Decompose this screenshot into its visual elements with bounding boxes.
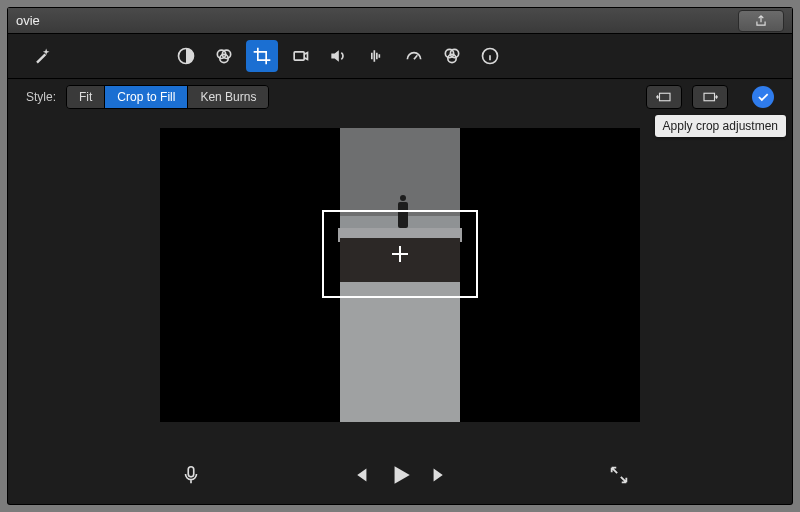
style-label: Style:: [26, 90, 56, 104]
color-balance-icon[interactable]: [170, 40, 202, 72]
svg-point-7: [448, 54, 456, 62]
crop-handle-bl[interactable]: [322, 282, 338, 298]
crop-handle-tr[interactable]: [462, 210, 478, 226]
skip-back-icon: [349, 464, 371, 486]
inspector-toolbar: [8, 34, 792, 79]
crop-handle-br[interactable]: [462, 282, 478, 298]
crop-center-icon: [392, 246, 408, 262]
info-icon[interactable]: [474, 40, 506, 72]
svg-rect-10: [704, 93, 715, 101]
style-bar: Style: Fit Crop to Fill Ken Burns Apply …: [8, 79, 792, 115]
svg-rect-9: [660, 93, 671, 101]
volume-icon[interactable]: [322, 40, 354, 72]
share-button[interactable]: [738, 10, 784, 32]
voiceover-button[interactable]: [178, 462, 204, 488]
rotate-cw-button[interactable]: [692, 85, 728, 109]
magic-wand-icon[interactable]: [26, 40, 58, 72]
microphone-icon: [180, 464, 202, 486]
expand-icon: [608, 464, 630, 486]
svg-rect-4: [294, 52, 304, 60]
stabilization-icon[interactable]: [284, 40, 316, 72]
style-fit-button[interactable]: Fit: [67, 86, 105, 108]
skip-forward-icon: [429, 464, 451, 486]
rotate-ccw-button[interactable]: [646, 85, 682, 109]
svg-rect-11: [188, 467, 194, 477]
color-filter-icon[interactable]: [436, 40, 468, 72]
share-icon: [754, 14, 768, 28]
speed-icon[interactable]: [398, 40, 430, 72]
play-button[interactable]: [387, 462, 413, 488]
apply-crop-button[interactable]: [752, 86, 774, 108]
next-button[interactable]: [427, 462, 453, 488]
app-window: ovie: [8, 8, 792, 504]
style-crop-to-fill-button[interactable]: Crop to Fill: [105, 86, 188, 108]
play-icon: [387, 461, 413, 489]
crop-handle-tl[interactable]: [322, 210, 338, 226]
preview-viewer[interactable]: [160, 128, 640, 422]
crop-rectangle[interactable]: [322, 210, 478, 298]
viewer-area: [46, 128, 754, 438]
checkmark-icon: [756, 90, 770, 104]
playback-controls: [8, 446, 792, 504]
style-segmented-control: Fit Crop to Fill Ken Burns: [66, 85, 269, 109]
noise-reduction-icon[interactable]: [360, 40, 392, 72]
previous-button[interactable]: [347, 462, 373, 488]
style-ken-burns-button[interactable]: Ken Burns: [188, 86, 268, 108]
fullscreen-button[interactable]: [606, 462, 632, 488]
window-title: ovie: [16, 13, 40, 28]
crop-tool-icon[interactable]: [246, 40, 278, 72]
title-bar: ovie: [8, 8, 792, 34]
color-correction-icon[interactable]: [208, 40, 240, 72]
